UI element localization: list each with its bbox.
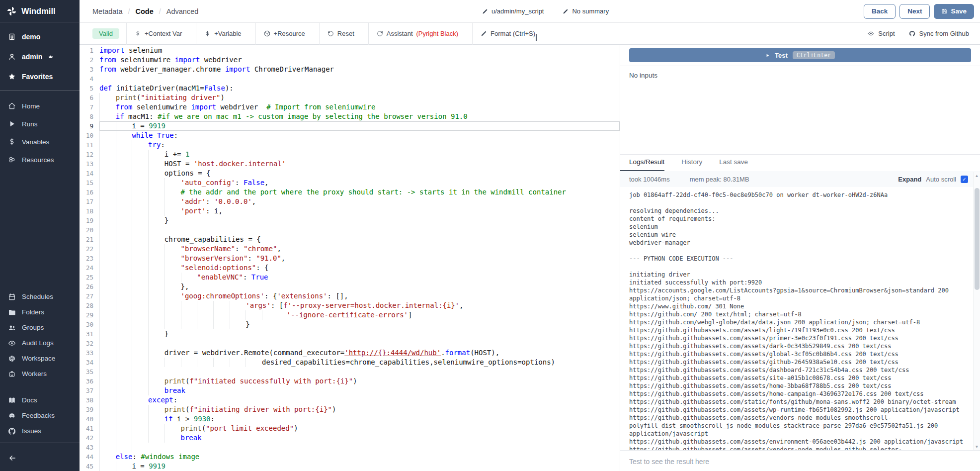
scroll-down-icon[interactable]: ▼ (974, 443, 980, 450)
code-line[interactable]: 20 (80, 225, 620, 235)
code-line[interactable]: 28'args': [f'--proxy-server=host.docker.… (80, 301, 620, 310)
code-line[interactable]: 9i = 9919 (80, 121, 620, 131)
code-line[interactable]: 14options = { (80, 169, 620, 178)
code-line[interactable]: 42break (80, 433, 620, 443)
code-line[interactable]: 32 (80, 339, 620, 348)
toolbar-button-script[interactable]: Script (861, 23, 901, 45)
code-line-content: "browserName": "chrome", (99, 244, 620, 254)
scroll-up-icon[interactable]: ▲ (974, 172, 980, 179)
code-line[interactable]: 12i += 1 (80, 150, 620, 159)
next-button[interactable]: Next (899, 4, 930, 19)
sidebar-item-schedules[interactable]: Schedules (0, 289, 80, 304)
code-line[interactable]: 31} (80, 329, 620, 339)
sidebar-item-workspace[interactable]: Workspace (0, 351, 80, 366)
code-line[interactable]: 38except: (80, 395, 620, 405)
expand-button[interactable]: Expand (898, 176, 921, 183)
code-line[interactable]: 15'auto_config': False, (80, 178, 620, 188)
toolbar-button-reset[interactable]: Reset (321, 23, 361, 45)
code-line[interactable]: 5def initiateDriver(macM1=False): (80, 84, 620, 93)
code-line[interactable]: 22"browserName": "chrome", (80, 244, 620, 254)
code-line[interactable]: 29 '--ignore-certificate-errors'] (80, 310, 620, 320)
code-line[interactable]: 37break (80, 386, 620, 395)
code-line[interactable]: 19} (80, 216, 620, 225)
code-line[interactable]: 30} (80, 320, 620, 329)
toolbar-buttons: +Context Var+Variable+ResourceResetAssis… (119, 23, 542, 45)
code-line[interactable]: 45i = 9919 (80, 462, 620, 471)
sidebar-item-resources[interactable]: Resources (0, 151, 80, 169)
sidebar-item-label: Favorites (22, 73, 53, 81)
sidebar-item-groups[interactable]: Groups (0, 320, 80, 335)
sidebar-item-folders[interactable]: Folders (0, 304, 80, 320)
sidebar-item-docs[interactable]: Docs (0, 392, 80, 408)
test-button[interactable]: Test Ctrl+Enter (629, 48, 971, 62)
log-line: https://github.githubassets.com/assets/v… (629, 446, 968, 450)
sidebar-item-issues[interactable]: Issues (0, 423, 80, 439)
code-line[interactable]: 6print("initiating driver") (80, 93, 620, 102)
code-line[interactable]: 36print(f"initiated successfully with po… (80, 377, 620, 386)
code-line[interactable]: 33driver = webdriver.Remote(command_exec… (80, 348, 620, 358)
script-summary[interactable]: No summary (563, 7, 609, 15)
code-line[interactable]: 1import selenium (80, 46, 620, 55)
code-line[interactable]: 8if macM1: #if we are on mac m1 -> custo… (80, 112, 620, 121)
code-line[interactable]: 40if i > 9930: (80, 414, 620, 424)
code-line[interactable]: 41print("port limit exceeded") (80, 424, 620, 433)
result-tab-logs-result[interactable]: Logs/Result (620, 158, 664, 171)
toolbar-button--variable[interactable]: +Variable (197, 23, 248, 45)
toolbar-button-sync-from-github[interactable]: Sync from Github (902, 23, 976, 45)
toolbar-button--resource[interactable]: +Resource (257, 23, 312, 45)
tab-advanced[interactable]: Advanced (166, 7, 199, 15)
back-button[interactable]: Back (864, 4, 896, 19)
scrollbar-thumb[interactable] (975, 188, 980, 290)
toolbar-button--context-var[interactable]: +Context Var (128, 23, 189, 45)
code-editor[interactable]: 1import selenium2from seleniumwire impor… (80, 45, 620, 471)
code-line-content: 'port': i, (99, 206, 620, 216)
sidebar-item-workers[interactable]: Workers (0, 366, 80, 381)
code-line[interactable]: 17'addr': '0.0.0.0', (80, 197, 620, 206)
sidebar-item-feedbacks[interactable]: Feedbacks (0, 408, 80, 423)
toolbar-button-label: Format (Ctrl+S) (490, 30, 535, 37)
code-line[interactable]: 4 (80, 74, 620, 84)
code-line[interactable]: 25"enableVNC": True (80, 273, 620, 282)
tab-metadata[interactable]: Metadata (92, 7, 122, 15)
tab-code[interactable]: Code (136, 7, 154, 15)
result-tab-history[interactable]: History (681, 158, 702, 171)
sidebar-item-admin[interactable]: admin (0, 47, 80, 67)
code-line[interactable]: 16# the addr and the port where the prox… (80, 188, 620, 197)
sidebar-item-variables[interactable]: Variables (0, 133, 80, 151)
pencil-icon (482, 8, 488, 14)
toolbar-button-format-ctrl-s-[interactable]: Format (Ctrl+S) (474, 23, 542, 45)
run-duration: took 10046ms (629, 176, 670, 183)
code-line[interactable]: 35 (80, 367, 620, 377)
code-line[interactable]: 23"browserVersion": "91.0", (80, 254, 620, 263)
sidebar-item-home[interactable]: Home (0, 97, 80, 115)
toolbar-button-assistant[interactable]: Assistant(Pyright Black) (370, 23, 465, 45)
script-path[interactable]: u/admin/my_script (482, 7, 544, 15)
code-line[interactable]: 11try: (80, 140, 620, 150)
code-line[interactable]: 2from seleniumwire import webdriver (80, 55, 620, 65)
code-line[interactable]: 34desired_capabilities=chrome_capabiliti… (80, 358, 620, 367)
windmill-logo[interactable]: Windmill (0, 0, 80, 23)
code-line[interactable]: 7from seleniumwire import webdriver # Im… (80, 102, 620, 112)
logs-output[interactable]: job 01864aff-22dd-cf40-f0c5-0ec8e9b50c70… (620, 187, 973, 450)
code-line[interactable]: 44else: #windows image (80, 452, 620, 462)
code-line[interactable]: 13HOST = 'host.docker.internal' (80, 159, 620, 169)
sidebar-item-audit-logs[interactable]: Audit Logs (0, 335, 80, 351)
code-line[interactable]: 10while True: (80, 131, 620, 140)
sidebar-item-favorites[interactable]: Favorites (0, 67, 80, 87)
sidebar-item-runs[interactable]: Runs (0, 115, 80, 133)
code-line[interactable]: 39print(f"initiating driver with port:{i… (80, 405, 620, 414)
code-line[interactable]: 3from webdriver_manager.chrome import Ch… (80, 65, 620, 74)
code-line[interactable]: 26}, (80, 282, 620, 291)
sidebar-item-demo[interactable]: demo (0, 27, 80, 47)
auto-scroll-checkbox[interactable]: ✓ (961, 176, 968, 183)
result-tab-last-save[interactable]: Last save (719, 158, 748, 171)
collapse-sidebar-button[interactable] (0, 447, 80, 469)
code-line[interactable]: 27'goog:chromeOptions': {'extensions': [… (80, 291, 620, 301)
save-button[interactable]: Save (934, 4, 974, 19)
code-line[interactable]: 24"selenoid:options": { (80, 263, 620, 273)
code-line[interactable]: 21chrome_capabilities = { (80, 235, 620, 244)
code-line-content: "browserVersion": "91.0", (99, 254, 620, 263)
code-line[interactable]: 43 (80, 443, 620, 452)
logs-scrollbar[interactable]: ▲ ▼ (973, 172, 980, 450)
code-line[interactable]: 18'port': i, (80, 206, 620, 216)
